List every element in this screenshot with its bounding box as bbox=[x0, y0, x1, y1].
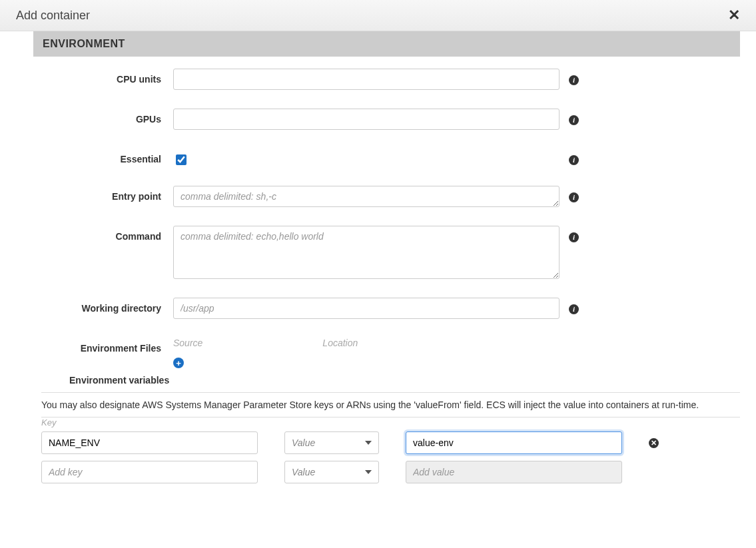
env-key-column-header: Key bbox=[41, 417, 740, 427]
label-command: Command bbox=[33, 226, 173, 242]
info-icon[interactable]: i bbox=[569, 192, 579, 202]
info-icon[interactable]: i bbox=[569, 75, 579, 85]
row-gpus: GPUs i bbox=[33, 109, 740, 130]
close-icon[interactable]: ✕ bbox=[728, 8, 740, 23]
env-files-col-location: Location bbox=[322, 338, 358, 348]
entry-point-textarea[interactable] bbox=[173, 186, 560, 207]
environment-variables-heading: Environment variables bbox=[69, 375, 740, 386]
form-area: CPU units i GPUs i Essential i Entry poi… bbox=[33, 57, 740, 368]
command-textarea[interactable] bbox=[173, 226, 560, 279]
env-files-col-source: Source bbox=[173, 338, 202, 348]
env-var-row: Value bbox=[41, 461, 740, 483]
row-working-directory: Working directory i bbox=[33, 298, 740, 319]
add-env-file-icon[interactable]: + bbox=[173, 358, 184, 368]
env-var-row: Value ✕ bbox=[41, 431, 740, 454]
env-vars-help-text: You may also designate AWS Systems Manag… bbox=[41, 400, 740, 410]
info-icon[interactable]: i bbox=[569, 115, 579, 125]
working-directory-input[interactable] bbox=[173, 298, 560, 319]
row-cpu-units: CPU units i bbox=[33, 69, 740, 90]
essential-checkbox[interactable] bbox=[176, 154, 187, 165]
gpus-input[interactable] bbox=[173, 109, 560, 130]
label-gpus: GPUs bbox=[33, 109, 173, 125]
info-icon[interactable]: i bbox=[569, 232, 579, 242]
info-icon[interactable]: i bbox=[569, 155, 579, 165]
label-entry-point: Entry point bbox=[33, 186, 173, 202]
cpu-units-input[interactable] bbox=[173, 69, 560, 90]
label-cpu-units: CPU units bbox=[33, 69, 173, 85]
chevron-down-icon bbox=[365, 470, 372, 474]
label-environment-files: Environment Files bbox=[33, 338, 173, 354]
env-key-input-new[interactable] bbox=[41, 461, 258, 483]
env-key-input[interactable] bbox=[41, 431, 258, 454]
info-icon[interactable]: i bbox=[569, 304, 579, 314]
row-command: Command i bbox=[33, 226, 740, 279]
env-vars-area: Key Value ✕ Value bbox=[41, 417, 740, 483]
modal-title: Add container bbox=[16, 9, 90, 23]
env-type-select-value: Value bbox=[292, 437, 315, 448]
modal-body: ENVIRONMENT CPU units i GPUs i Essential… bbox=[0, 31, 756, 510]
row-essential: Essential i bbox=[33, 148, 740, 167]
remove-row-icon[interactable]: ✕ bbox=[649, 438, 659, 448]
env-type-select[interactable]: Value bbox=[284, 461, 379, 483]
label-working-directory: Working directory bbox=[33, 298, 173, 314]
chevron-down-icon bbox=[365, 441, 372, 445]
env-value-input[interactable] bbox=[406, 431, 622, 454]
row-environment-files: Environment Files Source Location + bbox=[33, 338, 740, 368]
modal-header: Add container ✕ bbox=[0, 0, 756, 31]
section-header-environment: ENVIRONMENT bbox=[33, 31, 740, 57]
env-type-select-value: Value bbox=[292, 467, 315, 477]
label-essential: Essential bbox=[33, 148, 173, 164]
env-value-input-new[interactable] bbox=[406, 461, 622, 483]
row-entry-point: Entry point i bbox=[33, 186, 740, 207]
divider bbox=[41, 392, 740, 393]
env-type-select[interactable]: Value bbox=[284, 431, 379, 454]
